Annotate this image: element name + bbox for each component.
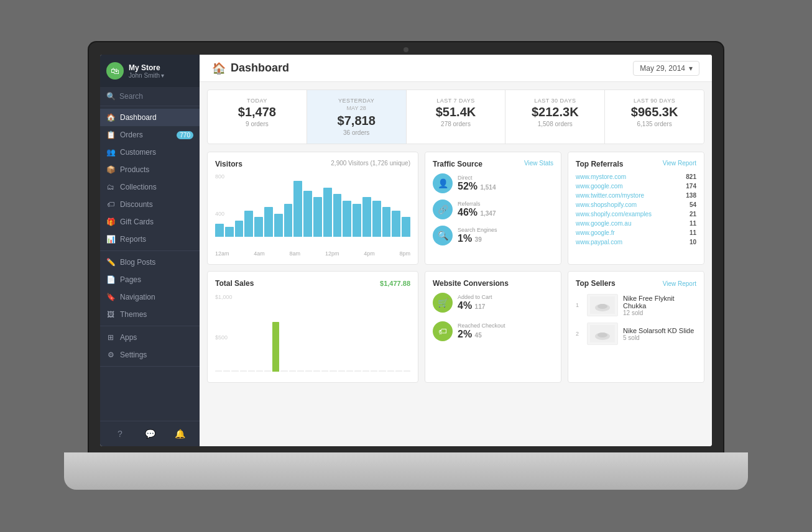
referral-url[interactable]: www.mystore.com: [576, 173, 626, 180]
apps-icon: ⊞: [106, 333, 115, 342]
sidebar-item-label: Dashboard: [120, 113, 157, 122]
svg-point-5: [597, 332, 607, 337]
xaxis-label: 4pm: [364, 250, 375, 257]
referral-count: 10: [690, 239, 696, 245]
sidebar-item-collections[interactable]: 🗂 Collections: [100, 178, 200, 196]
stat-amount: $7,818: [317, 114, 396, 128]
referral-count: 821: [686, 173, 696, 180]
sales-bar: [240, 370, 247, 372]
visitors-chart-panel: Visitors 2,900 Visitors (1,726 unique) 8…: [207, 152, 418, 265]
sidebar-item-discounts[interactable]: 🏷 Discounts: [100, 196, 200, 213]
sales-bar: [404, 370, 410, 372]
customers-icon: 👥: [106, 148, 115, 157]
sidebar-item-navigation[interactable]: 🔖 Navigation: [100, 288, 200, 306]
sidebar-item-blog-posts[interactable]: ✏️ Blog Posts: [100, 254, 200, 271]
stat-card-today[interactable]: TODAY $1,478 9 orders: [208, 90, 307, 144]
store-header[interactable]: 🛍 My Store John Smith ▾: [100, 55, 200, 87]
reports-icon: 📊: [106, 235, 115, 244]
referral-url[interactable]: www.google.fr: [576, 229, 615, 236]
search-icon: 🔍: [106, 92, 116, 101]
sidebar-item-apps[interactable]: ⊞ Apps: [100, 329, 200, 346]
conversion-item: 🏷 Reached Checkout 2% 45: [433, 321, 553, 341]
xaxis-label: 8pm: [399, 250, 410, 257]
referral-url[interactable]: www.google.com: [576, 183, 623, 190]
view-referrals-link[interactable]: View Report: [663, 160, 696, 167]
themes-icon: 🖼: [106, 310, 115, 319]
traffic-info: Search Engines 1% 39: [458, 227, 553, 244]
xaxis-label: 12pm: [325, 250, 339, 257]
referral-url[interactable]: www.shopshopify.com: [576, 201, 637, 208]
sales-bar: [330, 370, 336, 372]
sales-amount: $1,477.88: [380, 280, 410, 287]
seller-image: [587, 323, 618, 345]
chart-bar: [392, 211, 400, 237]
stat-card-30days[interactable]: LAST 30 DAYS $212.3K 1,508 orders: [505, 90, 605, 144]
seller-info: Nike Free Flyknit Chukka 12 sold: [623, 295, 696, 316]
bottom-section: Total Sales $1,477.88 $1,000 $500 Websit…: [207, 271, 704, 383]
sidebar-item-gift-cards[interactable]: 🎁 Gift Cards: [100, 213, 200, 231]
sidebar-item-themes[interactable]: 🖼 Themes: [100, 306, 200, 323]
traffic-item: 🔍 Search Engines 1% 39: [433, 226, 553, 245]
stat-orders: 36 orders: [317, 129, 396, 136]
stat-card-yesterday[interactable]: YESTERDAY MAY 28 $7,818 36 orders: [307, 90, 407, 144]
referral-count: 174: [686, 183, 696, 190]
sales-bar: [297, 370, 304, 372]
search-item[interactable]: 🔍 Search: [100, 87, 200, 106]
stats-row: TODAY $1,478 9 orders YESTERDAY MAY 28 $…: [207, 89, 704, 144]
sales-bar: [338, 370, 345, 372]
pages-icon: 📄: [106, 275, 115, 284]
sidebar-item-reports[interactable]: 📊 Reports: [100, 231, 200, 248]
sales-bar: [289, 370, 296, 372]
sales-title: Total Sales: [215, 279, 254, 288]
stat-period: LAST 30 DAYS: [515, 98, 594, 104]
navigation-icon: 🔖: [106, 293, 115, 301]
help-icon[interactable]: ?: [113, 426, 127, 441]
referral-count: 11: [690, 220, 696, 227]
sidebar-bottom-bar: ? 💬 🔔: [100, 421, 200, 446]
referral-url[interactable]: www.twitter.com/mystore: [576, 192, 644, 199]
sidebar-item-dashboard[interactable]: 🏠 Dashboard: [100, 109, 200, 126]
sidebar-item-pages[interactable]: 📄 Pages: [100, 271, 200, 288]
chart-bar: [284, 204, 293, 237]
view-sellers-link[interactable]: View Report: [663, 280, 696, 287]
chart-bars: [215, 175, 410, 237]
date-picker[interactable]: May 29, 2014 ▾: [633, 61, 699, 76]
seller-item: 1 Nike Free Flyknit Chukka 12 sold: [576, 294, 696, 316]
top-sellers-panel: Top Sellers View Report 1 Nike Free Flyk…: [568, 271, 704, 383]
chart-bar: [402, 217, 410, 237]
sales-bar: [223, 370, 230, 372]
seller-name: Nike Solarsoft KD Slide: [623, 327, 696, 334]
stat-card-7days[interactable]: LAST 7 DAYS $51.4K 278 orders: [407, 90, 506, 144]
traffic-icon: 👤: [433, 173, 453, 193]
traffic-item: 👤 Direct 52% 1,514: [433, 173, 553, 193]
conv-count: 45: [475, 332, 482, 339]
settings-icon: ⚙: [106, 351, 115, 359]
sales-bar-chart: $1,000 $500: [215, 294, 410, 375]
orders-icon: 📋: [106, 131, 115, 139]
chat-icon[interactable]: 💬: [142, 426, 157, 441]
notifications-icon[interactable]: 🔔: [172, 426, 187, 441]
stat-orders: 1,508 orders: [515, 121, 594, 127]
referral-url[interactable]: www.shopify.com/examples: [576, 211, 652, 218]
sidebar-item-orders[interactable]: 📋 Orders 770: [100, 126, 200, 144]
sidebar-item-customers[interactable]: 👥 Customers: [100, 144, 200, 161]
view-stats-link[interactable]: View Stats: [524, 160, 553, 167]
traffic-count: 1,347: [480, 210, 496, 217]
laptop-base: [64, 452, 748, 490]
sidebar-system-section: ⊞ Apps ⚙ Settings: [100, 326, 200, 367]
referral-url[interactable]: www.google.com.au: [576, 220, 632, 227]
referrals-header: Top Referrals View Report: [576, 160, 696, 168]
stat-date: MAY 28: [317, 105, 396, 111]
sales-bar: [362, 370, 369, 372]
sidebar-item-settings[interactable]: ⚙ Settings: [100, 346, 200, 364]
stat-amount: $1,478: [218, 105, 297, 119]
referral-items: www.mystore.com 821 www.google.com 174 w…: [576, 173, 696, 245]
stat-card-90days[interactable]: LAST 90 DAYS $965.3K 6,135 orders: [605, 90, 704, 144]
referral-count: 138: [686, 192, 696, 199]
sales-y-mid: $500: [215, 334, 228, 341]
sidebar-item-products[interactable]: 📦 Products: [100, 161, 200, 178]
referral-item: www.mystore.com 821: [576, 173, 696, 180]
referral-url[interactable]: www.paypal.com: [576, 239, 622, 245]
chart-bar: [372, 201, 381, 237]
traffic-header: Traffic Source View Stats: [433, 160, 553, 168]
